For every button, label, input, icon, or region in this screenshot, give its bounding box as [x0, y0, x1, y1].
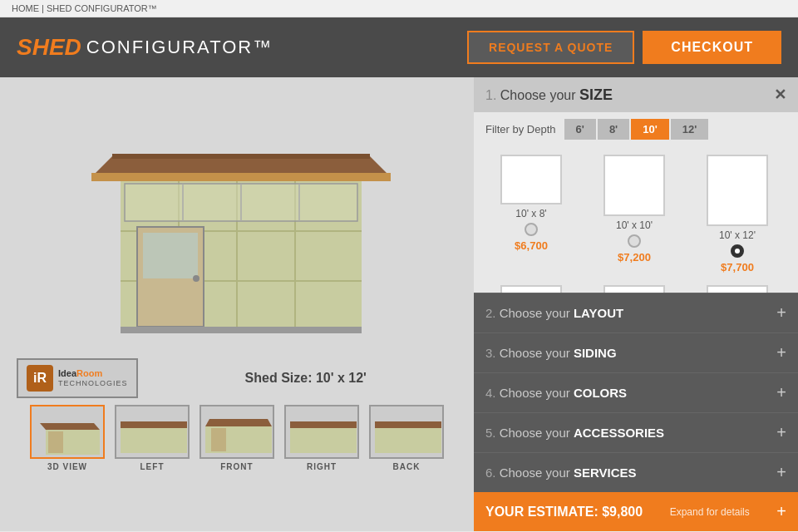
filter-8ft[interactable]: 8': [598, 119, 629, 140]
view-thumb-img-front: [200, 405, 274, 459]
section-layout[interactable]: 2. Choose your LAYOUT +: [474, 293, 798, 332]
section-layout-prefix: Choose your: [500, 306, 574, 320]
size-label-10x8: 10' x 8': [515, 208, 546, 219]
svg-rect-19: [121, 327, 362, 333]
section-size-header[interactable]: 1. Choose your SIZE ✕: [474, 77, 798, 112]
section-size-bold: SIZE: [579, 86, 613, 103]
shed-illustration: [62, 86, 411, 352]
right-panel: 1. Choose your SIZE ✕ Filter by Depth 6'…: [474, 77, 798, 531]
view-thumb-front[interactable]: FRONT: [200, 405, 274, 471]
svg-rect-26: [121, 428, 187, 453]
idea-room-logo: iR IdeaRoom TECHNOLOGIES: [17, 358, 138, 398]
size-box-10x14: [500, 285, 562, 293]
view-thumb-label-3d: 3D VIEW: [47, 462, 87, 471]
left-panel: iR IdeaRoom TECHNOLOGIES Shed Size: 10' …: [0, 77, 474, 531]
section-layout-num: 2.: [485, 306, 496, 320]
section-size-num: 1.: [485, 88, 496, 102]
section-services[interactable]: 6. Choose your SERVICES +: [474, 452, 798, 492]
filter-12ft[interactable]: 12': [671, 119, 709, 140]
section-colors-title: 4. Choose your COLORS: [485, 386, 627, 400]
size-label-10x10: 10' x 10': [616, 219, 653, 231]
size-box-10x8: [500, 155, 562, 204]
section-siding-prefix: Choose your: [500, 346, 574, 360]
svg-rect-17: [143, 233, 198, 278]
section-accessories-plus: +: [776, 423, 786, 442]
svg-rect-30: [211, 428, 226, 451]
svg-rect-36: [375, 428, 441, 453]
view-thumb-label-left: LEFT: [140, 462, 165, 471]
svg-marker-32: [290, 421, 357, 428]
view-thumb-label-right: RIGHT: [307, 462, 337, 471]
size-radio-10x10[interactable]: [628, 234, 641, 248]
view-thumb-img-left: [115, 405, 190, 459]
filter-bar: Filter by Depth 6' 8' 10' 12': [474, 112, 798, 146]
svg-rect-33: [290, 428, 357, 453]
section-siding[interactable]: 3. Choose your SIDING +: [474, 332, 798, 372]
header-buttons: REQUEST A QUOTE CHECKOUT: [467, 31, 781, 64]
size-grid: 10' x 8' $6,700 10' x 10' $7,200: [485, 155, 786, 293]
view-thumbnails: 3D VIEW LEFT: [0, 398, 474, 478]
shed-info-bar: iR IdeaRoom TECHNOLOGIES Shed Size: 10' …: [0, 358, 474, 398]
section-services-plus: +: [776, 463, 786, 482]
filter-10ft[interactable]: 10': [631, 119, 669, 140]
logo-shed: SHED: [17, 34, 81, 61]
size-item-10x18[interactable]: 10' x 18' $9,200: [692, 285, 783, 293]
section-colors[interactable]: 4. Choose your COLORS +: [474, 372, 798, 412]
view-thumb-right[interactable]: RIGHT: [284, 405, 359, 471]
estimate-bar[interactable]: YOUR ESTIMATE: $9,800 Expand for details…: [474, 492, 798, 531]
section-accessories-title: 5. Choose your ACCESSORIES: [485, 426, 664, 440]
checkout-button[interactable]: CHECKOUT: [643, 31, 781, 64]
section-layout-plus: +: [776, 303, 786, 323]
size-label-10x12: 10' x 12': [719, 229, 756, 241]
breadcrumb-home[interactable]: HOME: [12, 3, 39, 13]
view-thumb-img-right: [284, 405, 359, 459]
svg-marker-28: [205, 419, 272, 426]
size-item-10x12[interactable]: 10' x 12' $7,700: [692, 155, 783, 273]
size-grid-container[interactable]: 10' x 8' $6,700 10' x 10' $7,200: [474, 146, 798, 293]
section-siding-num: 3.: [485, 346, 496, 360]
section-colors-plus: +: [776, 383, 786, 402]
section-colors-prefix: Choose your: [500, 386, 574, 400]
size-item-10x10[interactable]: 10' x 10' $7,200: [589, 155, 680, 273]
size-radio-10x8[interactable]: [525, 223, 538, 236]
breadcrumb-current: SHED CONFIGURATOR™: [47, 3, 157, 13]
size-item-10x16[interactable]: 10' x 16' $8,700: [589, 285, 680, 293]
svg-point-18: [193, 275, 200, 282]
svg-marker-25: [121, 421, 187, 428]
estimate-expand: Expand for details: [670, 506, 750, 518]
view-thumb-img-3d: [30, 405, 105, 459]
size-price-10x12: $7,700: [721, 261, 754, 273]
section-accessories-num: 5.: [485, 426, 496, 440]
view-thumb-left[interactable]: LEFT: [115, 405, 190, 471]
section-size-close[interactable]: ✕: [774, 86, 786, 104]
size-item-10x8[interactable]: 10' x 8' $6,700: [485, 155, 577, 273]
size-item-10x14[interactable]: 10' x 14' $8,200: [485, 285, 577, 293]
svg-rect-3: [112, 154, 370, 159]
section-size-title: 1. Choose your SIZE: [485, 86, 613, 104]
breadcrumb-separator: |: [42, 3, 44, 13]
view-thumb-label-front: FRONT: [220, 462, 253, 471]
view-thumb-img-back: [369, 405, 444, 459]
size-radio-10x12[interactable]: [731, 244, 744, 258]
estimate-label: YOUR ESTIMATE: $9,800: [485, 505, 643, 520]
section-accessories[interactable]: 5. Choose your ACCESSORIES +: [474, 412, 798, 452]
view-thumb-3d[interactable]: 3D VIEW: [30, 405, 105, 471]
section-layout-title: 2. Choose your LAYOUT: [485, 306, 623, 320]
view-thumb-back[interactable]: BACK: [369, 405, 444, 471]
shed-size-label: Shed Size: 10' x 12': [155, 371, 457, 386]
size-price-10x10: $7,200: [618, 251, 651, 264]
estimate-plus-icon: +: [776, 502, 786, 521]
svg-rect-23: [48, 431, 63, 453]
filter-6ft[interactable]: 6': [564, 119, 596, 140]
main-layout: iR IdeaRoom TECHNOLOGIES Shed Size: 10' …: [0, 77, 798, 531]
svg-rect-2: [91, 173, 391, 181]
section-colors-bold: COLORS: [574, 386, 627, 400]
section-colors-num: 4.: [485, 386, 496, 400]
section-siding-bold: SIDING: [574, 346, 617, 360]
size-price-10x8: $6,700: [515, 239, 548, 252]
svg-marker-35: [375, 421, 441, 428]
request-quote-button[interactable]: REQUEST A QUOTE: [467, 31, 634, 64]
section-services-num: 6.: [485, 466, 496, 480]
section-accessories-bold: ACCESSORIES: [574, 426, 664, 440]
logo-configurator: CONFIGURATOR™: [86, 37, 273, 58]
